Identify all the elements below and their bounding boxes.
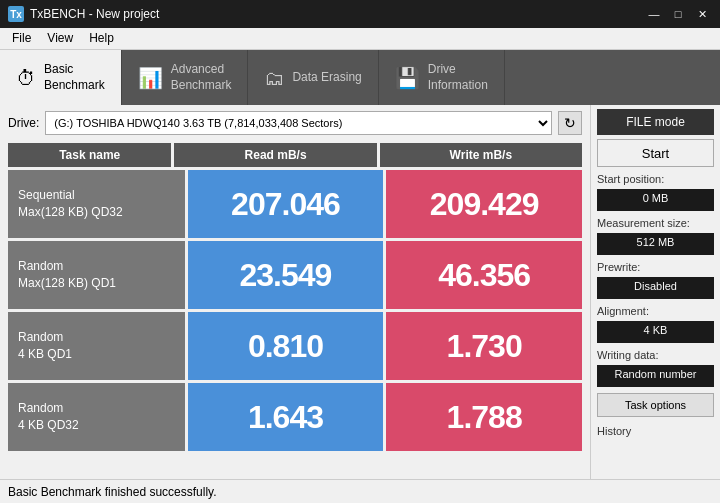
tab-basic-benchmark[interactable]: ⏱ BasicBenchmark: [0, 50, 122, 105]
drive-select[interactable]: (G:) TOSHIBA HDWQ140 3.63 TB (7,814,033,…: [45, 111, 552, 135]
minimize-button[interactable]: —: [644, 6, 664, 22]
menu-file[interactable]: File: [4, 30, 39, 47]
tab-advanced-benchmark-label: AdvancedBenchmark: [171, 62, 232, 93]
right-panel: FILE mode Start Start position: 0 MB Mea…: [590, 105, 720, 479]
advanced-benchmark-icon: 📊: [138, 68, 163, 88]
start-position-value: 0 MB: [597, 189, 714, 211]
tab-drive-information-label: DriveInformation: [428, 62, 488, 93]
measurement-size-label: Measurement size:: [597, 217, 714, 229]
main-area: Drive: (G:) TOSHIBA HDWQ140 3.63 TB (7,8…: [0, 105, 720, 479]
table-header-row: Task name Read mB/s Write mB/s: [8, 143, 582, 167]
row-3-name: Random4 KB QD32: [8, 383, 185, 451]
row-3-write: 1.788: [386, 383, 582, 451]
prewrite-label: Prewrite:: [597, 261, 714, 273]
tab-advanced-benchmark[interactable]: 📊 AdvancedBenchmark: [122, 50, 249, 105]
tab-bar: ⏱ BasicBenchmark 📊 AdvancedBenchmark 🗂 D…: [0, 50, 720, 105]
row-1-write: 46.356: [386, 241, 582, 309]
maximize-button[interactable]: □: [668, 6, 688, 22]
tab-drive-information[interactable]: 💾 DriveInformation: [379, 50, 505, 105]
basic-benchmark-icon: ⏱: [16, 68, 36, 88]
start-button[interactable]: Start: [597, 139, 714, 167]
drive-label: Drive:: [8, 116, 39, 130]
status-bar: Basic Benchmark finished successfully.: [0, 479, 720, 503]
writing-data-label: Writing data:: [597, 349, 714, 361]
app-title: TxBENCH - New project: [30, 7, 159, 21]
drive-refresh-button[interactable]: ↻: [558, 111, 582, 135]
menu-bar: File View Help: [0, 28, 720, 50]
row-1-name: RandomMax(128 KB) QD1: [8, 241, 185, 309]
header-read: Read mB/s: [174, 143, 376, 167]
menu-view[interactable]: View: [39, 30, 81, 47]
alignment-value: 4 KB: [597, 321, 714, 343]
row-2-write: 1.730: [386, 312, 582, 380]
app-icon: Tx: [8, 6, 24, 22]
writing-data-value: Random number: [597, 365, 714, 387]
benchmark-table: Task name Read mB/s Write mB/s Sequentia…: [8, 143, 582, 473]
row-2-read: 0.810: [188, 312, 384, 380]
task-options-button[interactable]: Task options: [597, 393, 714, 417]
header-task-name: Task name: [8, 143, 171, 167]
tab-data-erasing[interactable]: 🗂 Data Erasing: [248, 50, 378, 105]
title-bar: Tx TxBENCH - New project — □ ✕: [0, 0, 720, 28]
table-row: Random4 KB QD32 1.643 1.788: [8, 383, 582, 451]
row-1-read: 23.549: [188, 241, 384, 309]
header-write: Write mB/s: [380, 143, 582, 167]
start-position-label: Start position:: [597, 173, 714, 185]
title-bar-left: Tx TxBENCH - New project: [8, 6, 159, 22]
row-0-write: 209.429: [386, 170, 582, 238]
status-text: Basic Benchmark finished successfully.: [8, 485, 217, 499]
drive-row: Drive: (G:) TOSHIBA HDWQ140 3.63 TB (7,8…: [8, 111, 582, 135]
prewrite-value: Disabled: [597, 277, 714, 299]
table-row: SequentialMax(128 KB) QD32 207.046 209.4…: [8, 170, 582, 238]
row-0-name: SequentialMax(128 KB) QD32: [8, 170, 185, 238]
close-button[interactable]: ✕: [692, 6, 712, 22]
alignment-label: Alignment:: [597, 305, 714, 317]
menu-help[interactable]: Help: [81, 30, 122, 47]
data-erasing-icon: 🗂: [264, 68, 284, 88]
row-0-read: 207.046: [188, 170, 384, 238]
row-2-name: Random4 KB QD1: [8, 312, 185, 380]
window-controls: — □ ✕: [644, 6, 712, 22]
left-panel: Drive: (G:) TOSHIBA HDWQ140 3.63 TB (7,8…: [0, 105, 590, 479]
table-row: Random4 KB QD1 0.810 1.730: [8, 312, 582, 380]
tab-data-erasing-label: Data Erasing: [292, 70, 361, 86]
measurement-size-value: 512 MB: [597, 233, 714, 255]
table-row: RandomMax(128 KB) QD1 23.549 46.356: [8, 241, 582, 309]
history-label: History: [597, 425, 714, 437]
tab-basic-benchmark-label: BasicBenchmark: [44, 62, 105, 93]
file-mode-button[interactable]: FILE mode: [597, 109, 714, 135]
drive-information-icon: 💾: [395, 68, 420, 88]
row-3-read: 1.643: [188, 383, 384, 451]
